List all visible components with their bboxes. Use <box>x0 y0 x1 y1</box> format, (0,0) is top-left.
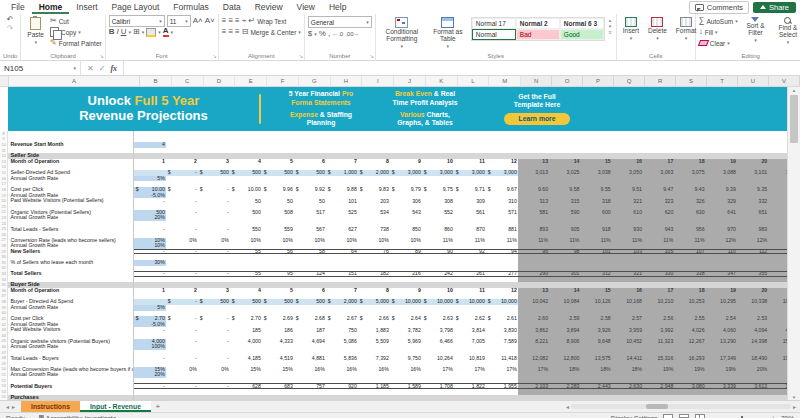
grid-cell[interactable] <box>737 395 768 401</box>
col-header-H[interactable]: H <box>331 76 363 86</box>
col-header-J[interactable]: J <box>394 76 426 86</box>
col-header-T[interactable]: T <box>707 76 738 86</box>
shrink-font-icon[interactable]: A˅ <box>205 17 215 25</box>
grid-cell[interactable] <box>358 395 390 401</box>
gallery-more-icon[interactable]: ≡ <box>609 29 612 35</box>
col-header-R[interactable]: R <box>645 76 676 86</box>
col-header-B[interactable]: B <box>140 76 172 86</box>
ribbon-tab-page-layout[interactable]: Page Layout <box>105 0 167 14</box>
insert-function-icon[interactable]: fx <box>110 64 117 73</box>
insert-cells-button[interactable]: Insert▾ <box>620 16 642 42</box>
scroll-right-icon[interactable]: ▸ <box>793 403 796 410</box>
style-normal-17[interactable]: Normal 17 <box>472 18 516 29</box>
new-sheet-button[interactable]: + <box>151 401 165 412</box>
ribbon-tab-view[interactable]: View <box>290 0 322 14</box>
font-color-button[interactable]: A <box>163 27 169 37</box>
horizontal-scrollbar[interactable]: ◂ ▸ <box>562 401 800 412</box>
grid-cell[interactable] <box>134 395 166 401</box>
style-bad[interactable]: Bad <box>516 29 560 40</box>
col-header-S[interactable]: S <box>676 76 707 86</box>
col-header-V[interactable]: V <box>769 76 800 86</box>
grow-font-icon[interactable]: A˄ <box>193 17 203 25</box>
align-center-icon[interactable]: ≡ <box>228 28 233 36</box>
col-header-E[interactable]: E <box>235 76 267 86</box>
ribbon-tab-home[interactable]: Home <box>32 0 70 14</box>
col-header-F[interactable]: F <box>267 76 299 86</box>
display-settings-button[interactable]: Display Settings <box>611 415 658 418</box>
col-header-Q[interactable]: Q <box>614 76 645 86</box>
col-header-M[interactable]: M <box>489 76 521 86</box>
col-header-D[interactable]: D <box>204 76 236 86</box>
col-header-G[interactable]: G <box>299 76 331 86</box>
grid-cell[interactable] <box>486 395 518 401</box>
grid-cell[interactable] <box>198 395 230 401</box>
grid-cell[interactable] <box>454 395 486 401</box>
grid-cell[interactable] <box>422 395 454 401</box>
formula-input[interactable] <box>124 61 800 75</box>
sheet-nav-right-icon[interactable]: ▸ <box>12 403 15 410</box>
underline-button[interactable]: U <box>121 28 127 36</box>
col-header-U[interactable]: U <box>738 76 769 86</box>
number-format-select[interactable]: General▾ <box>308 16 372 28</box>
conditional-formatting-button[interactable]: Conditional Formatting▾ <box>379 16 425 50</box>
style-normal-2[interactable]: Normal 2 <box>516 18 560 29</box>
find-select-button[interactable]: Find & Select▾ <box>773 16 800 46</box>
fill-button[interactable]: ↓Fill▾ <box>699 27 738 37</box>
grid-cell[interactable] <box>326 395 358 401</box>
zoom-level[interactable]: 70% <box>781 415 794 418</box>
sheet-tab-input-revenue[interactable]: Input - Revenue <box>80 401 151 412</box>
accounting-format-icon[interactable]: $ <box>308 30 312 38</box>
share-button[interactable]: Share <box>753 2 796 13</box>
vertical-scrollbar[interactable]: ▴ ▾ <box>787 87 800 400</box>
borders-button[interactable]: ⊞ <box>133 28 140 36</box>
normal-view-icon[interactable] <box>663 414 673 418</box>
align-bottom-icon[interactable]: ≡ <box>235 17 240 25</box>
ribbon-tab-help[interactable]: Help <box>322 0 353 14</box>
cut-button[interactable]: ✂Cut <box>50 16 102 26</box>
sheet-nav-left-icon[interactable]: ◂ <box>6 403 9 410</box>
clipboard-dialog-launcher[interactable]: ↘ <box>99 53 103 59</box>
font-name-select[interactable]: Calibri▾ <box>109 15 165 27</box>
bold-button[interactable]: B <box>109 28 115 36</box>
zoom-out-icon[interactable]: − <box>711 415 715 418</box>
grid-cell[interactable] <box>390 395 422 401</box>
copy-button[interactable]: Copy▾ <box>50 27 102 37</box>
vertical-scroll-thumb[interactable] <box>790 95 798 143</box>
zoom-in-icon[interactable]: + <box>771 415 775 418</box>
paste-button[interactable]: Paste▾ <box>24 16 47 46</box>
col-header-C[interactable]: C <box>172 76 204 86</box>
align-left-icon[interactable]: ≡ <box>222 28 227 36</box>
ribbon-tab-file[interactable]: File <box>4 0 32 14</box>
scroll-left-icon[interactable]: ◂ <box>566 403 569 410</box>
col-header-A[interactable]: A <box>9 76 140 86</box>
italic-button[interactable]: I <box>116 28 118 36</box>
row-label[interactable]: Purchases <box>8 395 134 401</box>
grid-cell[interactable] <box>644 395 675 401</box>
col-header-K[interactable]: K <box>426 76 458 86</box>
align-middle-icon[interactable]: ≡ <box>228 17 233 25</box>
sheet-tab-instructions[interactable]: Instructions <box>21 401 80 412</box>
merge-center-button[interactable]: ⊟Merge & Center▾ <box>242 27 301 37</box>
align-top-icon[interactable]: ≡ <box>222 17 227 25</box>
col-header-O[interactable]: O <box>552 76 583 86</box>
ribbon-tab-insert[interactable]: Insert <box>69 0 104 14</box>
ribbon-tab-data[interactable]: Data <box>216 0 248 14</box>
grid-cell[interactable] <box>550 395 581 401</box>
number-dialog-launcher[interactable]: ↘ <box>370 53 374 59</box>
horizontal-scroll-thumb[interactable] <box>646 404 668 409</box>
ribbon-tab-review[interactable]: Review <box>248 0 290 14</box>
learn-more-button[interactable]: Learn more <box>504 113 569 125</box>
page-break-view-icon[interactable] <box>695 414 705 418</box>
enter-icon[interactable]: ✓ <box>99 64 106 73</box>
name-box[interactable]: N105 ▾ <box>0 61 81 75</box>
grid-cell[interactable] <box>612 395 643 401</box>
grid-cell[interactable] <box>581 395 612 401</box>
style-good[interactable]: Good <box>560 29 604 40</box>
ribbon-tab-formulas[interactable]: Formulas <box>166 0 215 14</box>
col-header-I[interactable]: I <box>362 76 394 86</box>
comma-format-icon[interactable]: , <box>328 30 330 38</box>
font-size-select[interactable]: 11▾ <box>167 15 191 27</box>
style-normal[interactable]: Normal <box>472 29 516 40</box>
wrap-text-button[interactable]: ↵Wrap Text <box>249 16 287 26</box>
grid-cell[interactable] <box>675 395 706 401</box>
